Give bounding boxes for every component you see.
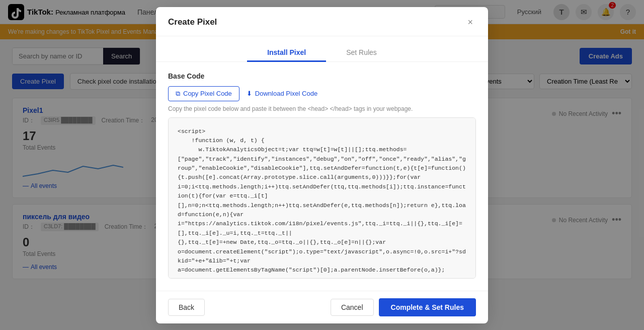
download-icon: ⬇	[247, 90, 252, 97]
copy-code-button[interactable]: ⧉ Copy Pixel Code	[168, 86, 239, 101]
modal-title: Create Pixel	[168, 17, 217, 27]
modal-header: Create Pixel ×	[156, 7, 488, 36]
copy-icon: ⧉	[176, 90, 180, 98]
download-pixel-button[interactable]: ⬇ Download Pixel Code	[246, 86, 318, 101]
code-actions: ⧉ Copy Pixel Code ⬇ Download Pixel Code	[168, 86, 476, 101]
modal-body: Base Code ⧉ Copy Pixel Code ⬇ Download P…	[156, 62, 488, 291]
modal-overlay[interactable]: Create Pixel × Install Pixel Set Rules B…	[0, 0, 644, 293]
section-title: Base Code	[168, 72, 476, 80]
code-hint: Copy the pixel code below and paste it b…	[168, 105, 476, 112]
create-pixel-modal: Create Pixel × Install Pixel Set Rules B…	[156, 7, 488, 294]
modal-close-button[interactable]: ×	[464, 16, 476, 29]
modal-footer: Back Cancel Complete & Set Rules	[156, 291, 488, 294]
modal-tabs: Install Pixel Set Rules	[156, 36, 488, 62]
tab-set-rules[interactable]: Set Rules	[326, 44, 397, 62]
code-box: <script> !function (w, d, t) { w.TiktokA…	[168, 117, 476, 279]
tab-install-pixel[interactable]: Install Pixel	[247, 44, 326, 62]
